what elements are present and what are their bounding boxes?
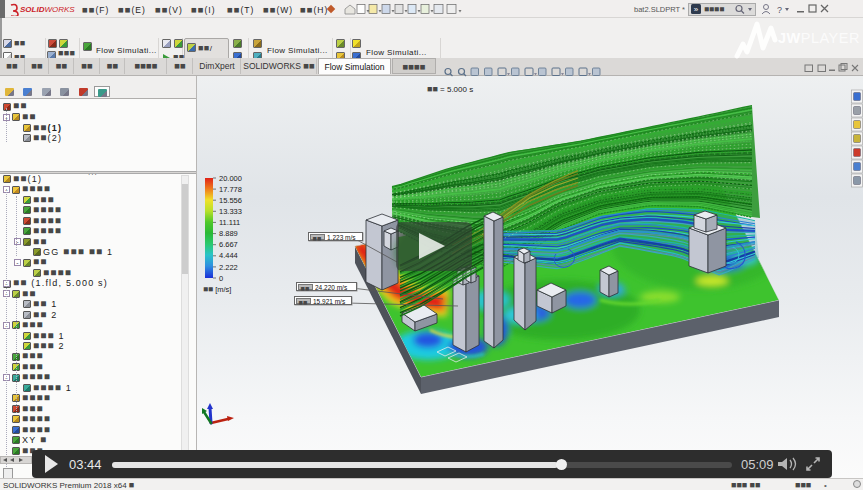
svg-text:»: » — [694, 5, 699, 14]
svg-text:?: ? — [777, 5, 782, 15]
